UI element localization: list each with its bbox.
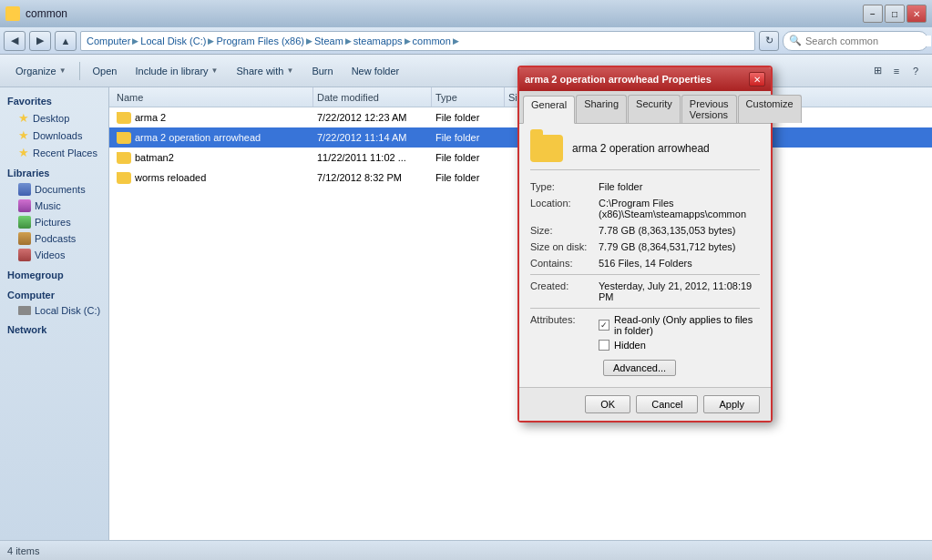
new-folder-button[interactable]: New folder xyxy=(343,58,408,84)
file-type-cell-selected: File folder xyxy=(432,132,505,143)
maximize-button[interactable]: □ xyxy=(885,5,905,23)
file-type-cell-batman: File folder xyxy=(432,152,505,163)
view-list-button[interactable]: ≡ xyxy=(887,62,906,80)
open-button[interactable]: Open xyxy=(85,58,126,84)
sidebar-item-pictures[interactable]: Pictures xyxy=(0,214,108,230)
sidebar-item-localdisk[interactable]: Local Disk (C:) xyxy=(0,303,108,318)
readonly-checkbox[interactable] xyxy=(599,320,609,331)
apply-button[interactable]: Apply xyxy=(703,395,760,413)
dialog-footer: OK Cancel Apply xyxy=(519,387,771,421)
breadcrumb-item-common[interactable]: common xyxy=(413,36,451,46)
share-with-arrow: ▼ xyxy=(286,66,293,75)
sidebar-item-music[interactable]: Music xyxy=(0,198,108,214)
libraries-header[interactable]: Libraries xyxy=(0,165,108,181)
close-button[interactable]: ✕ xyxy=(906,5,927,23)
dialog-size-on-disk-row: Size on disk: 7.79 GB (8,364,531,712 byt… xyxy=(530,241,760,252)
file-date-cell: 7/22/2012 12:23 AM xyxy=(313,112,432,123)
sidebar-item-recent-places[interactable]: ★ Recent Places xyxy=(0,144,108,161)
hidden-checkbox[interactable] xyxy=(599,340,609,351)
cancel-button[interactable]: Cancel xyxy=(636,395,698,413)
dialog-folder-icon xyxy=(530,135,563,162)
dialog-close-button[interactable]: ✕ xyxy=(749,72,765,87)
dialog-content: arma 2 operation arrowhead Type: File fo… xyxy=(519,124,771,387)
file-name-cell: arma 2 xyxy=(113,112,313,124)
folder-icon xyxy=(117,112,131,124)
tab-sharing[interactable]: Sharing xyxy=(576,95,627,123)
share-with-button[interactable]: Share with ▼ xyxy=(229,58,302,84)
size-label: Size: xyxy=(530,225,599,236)
organize-button[interactable]: Organize ▼ xyxy=(7,58,75,84)
breadcrumb-item-computer[interactable]: Computer xyxy=(87,36,130,46)
address-bar: ◀ ▶ ▲ Computer ▶ Local Disk (C:) ▶ Progr… xyxy=(0,27,932,55)
refresh-button[interactable]: ↻ xyxy=(759,31,779,51)
breadcrumb-item-steamapps[interactable]: steamapps xyxy=(353,36,403,46)
dialog-contains-row: Contains: 516 Files, 14 Folders xyxy=(530,258,760,269)
organize-arrow: ▼ xyxy=(59,66,67,75)
title-bar: common − □ ✕ xyxy=(0,0,932,27)
homegroup-header[interactable]: Homegroup xyxy=(0,267,108,283)
sidebar-item-desktop[interactable]: ★ Desktop xyxy=(0,109,108,127)
breadcrumb-item-localdisk[interactable]: Local Disk (C:) xyxy=(140,36,206,46)
tab-security[interactable]: Security xyxy=(628,95,681,123)
network-header[interactable]: Network xyxy=(0,321,108,338)
properties-dialog: arma 2 operation arrowhead Properties ✕ … xyxy=(517,66,773,423)
file-date-cell-selected: 7/22/2012 11:14 AM xyxy=(313,132,432,143)
tab-customize[interactable]: Customize xyxy=(738,95,802,123)
sidebar-item-pictures-label: Pictures xyxy=(35,217,71,228)
favorites-section: Favorites ★ Desktop ★ Downloads ★ Recent… xyxy=(0,93,108,161)
minimize-button[interactable]: − xyxy=(863,5,883,23)
sidebar-item-downloads[interactable]: ★ Downloads xyxy=(0,127,108,144)
column-date-header[interactable]: Date modified xyxy=(313,87,432,107)
file-name-label-selected: arma 2 operation arrowhead xyxy=(135,132,261,143)
status-bar: 4 items xyxy=(0,540,932,560)
up-button[interactable]: ▲ xyxy=(55,31,77,51)
column-type-header[interactable]: Type xyxy=(432,87,505,107)
size-on-disk-label: Size on disk: xyxy=(530,241,599,252)
status-text: 4 items xyxy=(7,545,39,556)
sidebar-item-podcasts[interactable]: Podcasts xyxy=(0,230,108,247)
sidebar-item-downloads-label: Downloads xyxy=(33,130,82,141)
videos-icon xyxy=(18,249,31,261)
type-label: Type: xyxy=(530,181,599,192)
sidebar-item-recent-label: Recent Places xyxy=(33,148,97,158)
breadcrumb-item-steam[interactable]: Steam xyxy=(314,36,343,46)
include-in-library-button[interactable]: Include in library ▼ xyxy=(127,58,226,84)
location-label: Location: xyxy=(530,198,599,219)
burn-label: Burn xyxy=(312,66,333,76)
help-button[interactable]: ? xyxy=(906,62,925,80)
readonly-row: Read-only (Only applies to files in fold… xyxy=(599,314,760,336)
breadcrumb-arrow: ▶ xyxy=(132,36,138,46)
size-on-disk-value: 7.79 GB (8,364,531,712 bytes) xyxy=(599,241,760,252)
star-icon: ★ xyxy=(18,111,29,125)
dialog-location-row: Location: C:\Program Files (x86)\Steam\s… xyxy=(530,198,760,219)
share-with-label: Share with xyxy=(237,66,284,76)
forward-button[interactable]: ▶ xyxy=(29,31,51,51)
back-button[interactable]: ◀ xyxy=(4,31,26,51)
location-value: C:\Program Files (x86)\Steam\steamapps\c… xyxy=(599,198,760,219)
dialog-attributes-row: Attributes: Read-only (Only applies to f… xyxy=(530,314,760,354)
advanced-button[interactable]: Advanced... xyxy=(603,360,676,376)
tab-general[interactable]: General xyxy=(523,96,575,124)
include-library-arrow: ▼ xyxy=(211,66,219,75)
size-value: 7.78 GB (8,363,135,053 bytes) xyxy=(599,225,760,236)
dialog-type-row: Type: File folder xyxy=(530,181,760,192)
attributes-checkboxes: Read-only (Only applies to files in fold… xyxy=(599,314,760,354)
sidebar-item-documents[interactable]: Documents xyxy=(0,181,108,198)
file-type-cell: File folder xyxy=(432,112,505,123)
breadcrumb[interactable]: Computer ▶ Local Disk (C:) ▶ Program Fil… xyxy=(80,31,755,51)
burn-button[interactable]: Burn xyxy=(303,58,341,84)
dialog-created-row: Created: Yesterday, July 21, 2012, 11:08… xyxy=(530,280,760,302)
view-toggle-button[interactable]: ⊞ xyxy=(868,62,886,80)
search-input[interactable] xyxy=(805,36,931,46)
breadcrumb-item-programfiles[interactable]: Program Files (x86) xyxy=(216,36,304,46)
computer-header[interactable]: Computer xyxy=(0,287,108,303)
sidebar-item-videos[interactable]: Videos xyxy=(0,247,108,263)
sidebar-item-music-label: Music xyxy=(35,200,61,211)
downloads-icon: ★ xyxy=(18,128,29,142)
open-label: Open xyxy=(93,66,118,76)
dialog-header: arma 2 operation arrowhead xyxy=(530,135,760,170)
column-name-header[interactable]: Name xyxy=(113,87,313,107)
ok-button[interactable]: OK xyxy=(585,395,630,413)
tab-previous-versions[interactable]: Previous Versions xyxy=(681,95,737,123)
favorites-header[interactable]: Favorites xyxy=(0,93,108,109)
